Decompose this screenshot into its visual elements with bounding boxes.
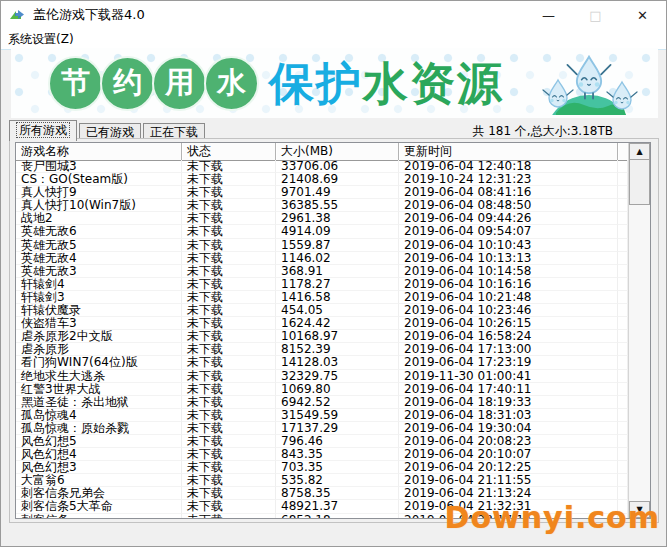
minimize-button[interactable]: — (525, 1, 572, 29)
cell-size: 9701.49 (276, 186, 399, 199)
table-row[interactable]: 刺客信条兄弟会 未下载 8758.35 2019-06-04 21:13:24 (16, 487, 628, 500)
cell-game-name: 侠盗猎车3 (16, 317, 182, 330)
close-button[interactable]: ✕ (619, 1, 666, 29)
column-header-updated[interactable]: 更新时间 (399, 143, 618, 160)
cell-updated: 2019-06-04 21:13:24 (399, 487, 618, 500)
table-row[interactable]: 英雄无敌5 未下载 1559.87 2019-06-04 10:10:43 (16, 239, 628, 252)
cell-updated: 2019-06-04 20:12:25 (399, 461, 618, 474)
cell-filler (618, 370, 628, 383)
cell-status: 未下载 (182, 370, 276, 383)
table-row[interactable]: 黑道圣徒：杀出地狱 未下载 6942.52 2019-06-04 18:19:3… (16, 396, 628, 409)
cell-filler (618, 278, 628, 291)
cell-updated: 2019-06-04 10:26:15 (399, 317, 618, 330)
scroll-up-button[interactable]: ▲ (629, 143, 650, 160)
cell-updated: 2019-11-30 01:00:41 (399, 370, 618, 383)
cell-filler (618, 383, 628, 396)
cell-filler (618, 291, 628, 304)
table-row[interactable]: 轩辕伏魔录 未下载 454.05 2019-06-04 10:23:46 (16, 304, 628, 317)
column-header-size[interactable]: 大小(MB) (276, 143, 399, 160)
list-header: 游戏名称 状态 大小(MB) 更新时间 (16, 143, 628, 161)
cell-game-name: 看门狗WIN7(64位)版 (16, 356, 182, 369)
cell-status: 未下载 (182, 461, 276, 474)
cell-size: 1624.42 (276, 317, 399, 330)
cell-size: 1559.87 (276, 239, 399, 252)
table-row[interactable]: 红警3世界大战 未下载 1069.80 2019-06-04 17:40:11 (16, 383, 628, 396)
table-row[interactable]: 丧尸围城3 未下载 33706.06 2019-06-04 12:40:18 (16, 160, 628, 173)
table-row[interactable]: 虐杀原形2中文版 未下载 10168.97 2019-06-04 16:58:2… (16, 330, 628, 343)
water-drops-illustration (522, 51, 656, 115)
cell-size: 10168.97 (276, 330, 399, 343)
column-header-filler (618, 143, 628, 160)
table-row[interactable]: 战地2 未下载 2961.38 2019-06-04 09:44:26 (16, 212, 628, 225)
cell-size: 1146.02 (276, 252, 399, 265)
cell-size: 843.35 (276, 448, 399, 461)
cell-filler (618, 409, 628, 422)
scrollbar-track[interactable] (629, 205, 650, 501)
cell-filler (618, 304, 628, 317)
table-row[interactable]: 风色幻想3 未下载 703.35 2019-06-04 20:12:25 (16, 461, 628, 474)
list-body: 丧尸围城3 未下载 33706.06 2019-06-04 12:40:18 C… (16, 160, 628, 518)
cell-size: 796.46 (276, 435, 399, 448)
cell-size: 1069.80 (276, 383, 399, 396)
table-row[interactable]: 真人快打9 未下载 9701.49 2019-06-04 08:41:16 (16, 186, 628, 199)
scrollbar-thumb[interactable] (629, 160, 650, 205)
cell-size: 32329.75 (276, 370, 399, 383)
cell-game-name: 孤岛惊魂：原始杀戮 (16, 422, 182, 435)
table-row[interactable]: 孤岛惊魂4 未下载 31549.59 2019-06-04 18:31:03 (16, 409, 628, 422)
table-row[interactable]: 轩辕剑3 未下载 1416.58 2019-06-04 10:21:48 (16, 291, 628, 304)
column-header-name[interactable]: 游戏名称 (16, 143, 182, 160)
slogan-text-green: 水资源 (363, 57, 504, 110)
cell-filler (618, 330, 628, 343)
table-row[interactable]: 风色幻想5 未下载 796.46 2019-06-04 20:08:23 (16, 435, 628, 448)
cell-status: 未下载 (182, 186, 276, 199)
cell-status: 未下载 (182, 514, 276, 518)
table-row[interactable]: 孤岛惊魂：原始杀戮 未下载 17137.29 2019-06-04 19:30:… (16, 422, 628, 435)
cell-size: 4914.09 (276, 225, 399, 238)
cell-updated: 2019-06-04 10:16:16 (399, 278, 618, 291)
table-row[interactable]: 轩辕剑4 未下载 1178.27 2019-06-04 10:16:16 (16, 278, 628, 291)
cell-filler (618, 212, 628, 225)
table-row[interactable]: 侠盗猎车3 未下载 1624.42 2019-06-04 10:26:15 (16, 317, 628, 330)
cell-status: 未下载 (182, 474, 276, 487)
cell-size: 8152.39 (276, 343, 399, 356)
cell-status: 未下载 (182, 356, 276, 369)
cell-filler (618, 343, 628, 356)
table-row[interactable]: 英雄无敌4 未下载 1146.02 2019-06-04 10:13:13 (16, 252, 628, 265)
table-row[interactable]: 风色幻想4 未下载 843.35 2019-06-04 20:10:07 (16, 448, 628, 461)
table-row[interactable]: 绝地求生大逃杀 未下载 32329.75 2019-11-30 01:00:41 (16, 370, 628, 383)
table-row[interactable]: 英雄无敌6 未下载 4914.09 2019-06-04 09:54:07 (16, 225, 628, 238)
table-row[interactable]: 看门狗WIN7(64位)版 未下载 14128.03 2019-06-04 17… (16, 356, 628, 369)
menu-item-settings[interactable]: 系统设置(Z) (1, 30, 81, 49)
table-row[interactable]: 大富翁6 未下载 535.82 2019-06-04 21:11:55 (16, 474, 628, 487)
cell-game-name: 英雄无敌4 (16, 252, 182, 265)
table-row[interactable]: CS：GO(Steam版) 未下载 21408.69 2019-10-24 12… (16, 173, 628, 186)
cell-status: 未下载 (182, 383, 276, 396)
cell-size: 8758.35 (276, 487, 399, 500)
cell-game-name: 大富翁6 (16, 474, 182, 487)
cell-size: 1416.58 (276, 291, 399, 304)
cell-updated: 2019-06-04 08:41:16 (399, 186, 618, 199)
slogan-circle: 用 (152, 56, 207, 111)
cell-filler (618, 356, 628, 369)
cell-updated: 2019-06-04 17:40:11 (399, 383, 618, 396)
cell-filler (618, 461, 628, 474)
column-header-status[interactable]: 状态 (182, 143, 276, 160)
table-row[interactable]: 真人快打10(Win7版) 未下载 36385.55 2019-06-04 08… (16, 199, 628, 212)
cell-size: 14128.03 (276, 356, 399, 369)
tab-all-games[interactable]: 所有游戏 (9, 120, 77, 141)
table-row[interactable]: 英雄无敌3 未下载 368.91 2019-06-04 10:14:58 (16, 265, 628, 278)
cell-game-name: 红警3世界大战 (16, 383, 182, 396)
vertical-scrollbar[interactable]: ▲ ▼ (628, 143, 650, 518)
cell-game-name: 虐杀原形2中文版 (16, 330, 182, 343)
cell-status: 未下载 (182, 343, 276, 356)
cell-game-name: 战地2 (16, 212, 182, 225)
cell-filler (618, 448, 628, 461)
maximize-button[interactable]: □ (572, 1, 619, 29)
cell-game-name: 风色幻想5 (16, 435, 182, 448)
cell-filler (618, 435, 628, 448)
cell-game-name: 刺客信条兄弟会 (16, 487, 182, 500)
cell-game-name: 英雄无敌5 (16, 239, 182, 252)
slogan-circle: 约 (100, 56, 155, 111)
cell-filler (618, 252, 628, 265)
table-row[interactable]: 虐杀原形 未下载 8152.39 2019-06-04 17:13:00 (16, 343, 628, 356)
